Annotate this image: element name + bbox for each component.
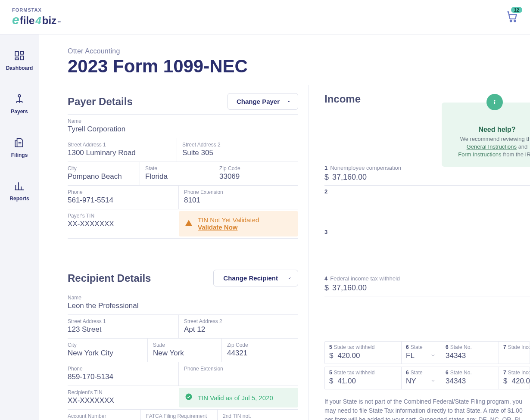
logo-main: efile4biz™ [12, 12, 62, 27]
form-instructions-link[interactable]: Form Instructions [458, 151, 501, 158]
state-select-field[interactable]: 6State FL [402, 342, 441, 364]
field-label: Name [68, 295, 294, 301]
income-box-1-value: 37,160.00 [332, 173, 367, 181]
field-value: 33069 [219, 172, 294, 181]
svg-point-0 [510, 20, 512, 22]
dashboard-icon [14, 50, 25, 65]
filings-icon [14, 137, 25, 152]
field-label: State [145, 165, 209, 171]
sidebar-item-reports[interactable]: Reports [0, 175, 39, 207]
svg-point-7 [186, 394, 192, 400]
state-no-field[interactable]: 6State No. 34343 [441, 367, 499, 389]
recipient-phone-field: Phone 859-170-5134 [68, 362, 179, 386]
field-value: Leon the Professional [68, 302, 294, 310]
logo[interactable]: FORMSTAX efile4biz™ [12, 7, 62, 27]
payer-details: Name Tyrell Corporation Street Address 1… [68, 115, 298, 239]
svg-rect-9 [494, 102, 495, 104]
field-label: Phone Extension [184, 189, 294, 195]
svg-rect-3 [20, 51, 24, 54]
chevron-down-icon [430, 377, 436, 386]
field-value: Apt 12 [184, 325, 294, 334]
field-label: Phone [68, 366, 174, 372]
second-tin-field: 2nd TIN not. [218, 410, 298, 420]
help-heading: Need help? [449, 126, 530, 134]
help-text: We recommend reviewing the General Instr… [449, 135, 530, 159]
income-box-4[interactable]: 4Federal income tax withheld $37,160.00 [324, 273, 530, 296]
field-value: XX-XXXXXXX [68, 220, 175, 228]
income-box-2[interactable]: 2 [324, 186, 530, 226]
payer-address1-field: Street Address 1 1300 Luminary Road [68, 138, 177, 162]
payer-section-head: Payer Details Change Payer [68, 85, 298, 115]
state-tax-withheld-field[interactable]: 5State tax withheld $41.00 [325, 367, 402, 389]
field-value: New York City [68, 349, 143, 358]
check-circle-icon [185, 393, 193, 402]
tin-valid-box: TIN Valid as of Jul 5, 2020 [179, 388, 298, 408]
field-label: Name [68, 118, 294, 124]
sidebar-item-dashboard[interactable]: Dashboard [0, 45, 39, 76]
change-payer-label: Change Payer [237, 98, 280, 105]
state-tax-withheld-field[interactable]: 5State tax withheld $420.00 [325, 342, 402, 364]
field-value: 1300 Luminary Road [68, 149, 172, 157]
field-value: Suite 305 [182, 149, 294, 157]
state-income-field[interactable]: 7State Income $420.0 [499, 367, 530, 389]
field-value: 123 Street [68, 325, 174, 334]
page-header: Otter Accounting 2023 Form 1099-NEC [39, 47, 530, 85]
sidebar-item-label: Filings [11, 152, 28, 158]
recipient-state-field: State New York [148, 339, 222, 362]
cart-button[interactable]: 12 [506, 10, 518, 24]
fatca-field: FATCA Filing Requirement [141, 410, 218, 420]
payer-phone-ext-field: Phone Extension 8101 [179, 186, 298, 209]
field-value: XX-XXXXXXX [68, 396, 175, 405]
change-recipient-button[interactable]: Change Recipient [213, 270, 298, 286]
company-name: Otter Accounting [68, 47, 530, 55]
recipient-address1-field: Street Address 1 123 Street [68, 315, 179, 338]
income-box-3[interactable]: 3 [324, 226, 530, 267]
tin-valid-text: TIN Valid as of Jul 5, 2020 [198, 394, 273, 401]
svg-rect-4 [20, 56, 24, 60]
layout: Dashboard Payers Filings Reports Otter A… [0, 34, 530, 420]
reports-icon [14, 180, 25, 196]
field-value: 859-170-5134 [68, 373, 174, 381]
logo-top-text: FORMSTAX [12, 7, 62, 12]
recipient-tin-field: Recipient's TIN XX-XXXXXXX [68, 386, 179, 409]
sidebar-item-label: Dashboard [6, 65, 33, 71]
sidebar-item-payers[interactable]: Payers [0, 88, 39, 120]
payer-name-field: Name Tyrell Corporation [68, 115, 298, 138]
field-label: Street Address 2 [184, 318, 294, 324]
field-label: Payer's TIN [68, 213, 175, 219]
payers-icon [14, 93, 25, 109]
field-label: 2nd TIN not. [223, 413, 294, 419]
general-instructions-link[interactable]: General Instructions [467, 143, 517, 150]
state-select-field[interactable]: 6State NY [402, 367, 441, 389]
state-no-field[interactable]: 6State No. 34343 [441, 342, 499, 364]
sidebar-item-label: Reports [9, 196, 29, 202]
field-label: Recipient's TIN [68, 389, 175, 395]
field-label: Street Address 2 [182, 142, 294, 148]
field-label: Phone Extension [184, 366, 294, 372]
state-income-field[interactable]: 7State Income [499, 342, 530, 364]
warning-icon [185, 219, 193, 229]
field-value: 561-971-5514 [68, 196, 174, 205]
tin-warning-box: TIN Not Yet Validated Validate Now [179, 211, 298, 236]
validate-now-link[interactable]: Validate Now [198, 224, 238, 231]
svg-rect-2 [15, 51, 19, 56]
field-label: Street Address 1 [68, 142, 172, 148]
account-number-field: Account Number [68, 410, 141, 420]
tin-warning-text: TIN Not Yet Validated [198, 216, 259, 224]
help-panel: Need help? We recommend reviewing the Ge… [442, 103, 530, 167]
payer-tin-field: Payer's TIN XX-XXXXXXX [68, 209, 179, 238]
income-box-4-value: 37,160.00 [332, 283, 367, 292]
sidebar-item-filings[interactable]: Filings [0, 132, 39, 163]
payer-address2-field: Street Address 2 Suite 305 [177, 138, 298, 162]
field-label: Account Number [68, 413, 136, 419]
recipient-zip-field: Zip Code 44321 [222, 339, 298, 362]
field-label: Phone [68, 189, 174, 195]
svg-point-6 [18, 95, 20, 97]
recipient-section-title: Recipient Details [68, 272, 151, 284]
details-column: Payer Details Change Payer Name Tyrell C… [39, 85, 309, 420]
payer-phone-field: Phone 561-971-5514 [68, 186, 179, 209]
field-value: Florida [145, 172, 209, 181]
change-payer-button[interactable]: Change Payer [228, 93, 298, 110]
recipient-section-head: Recipient Details Change Recipient [68, 262, 298, 291]
field-label: City [68, 342, 143, 348]
